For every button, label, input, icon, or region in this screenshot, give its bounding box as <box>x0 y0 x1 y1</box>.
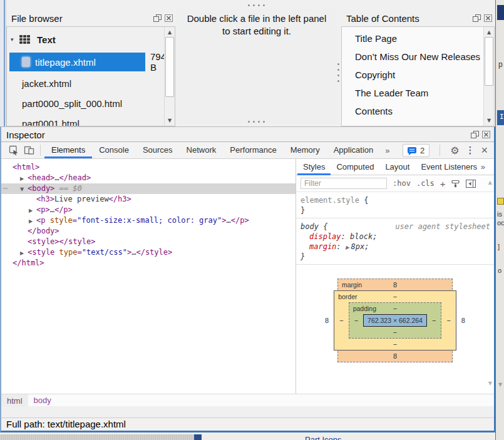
border-label: border <box>338 293 357 300</box>
code-segment: style <box>50 216 73 225</box>
sidebar-tab-computed[interactable]: Computed <box>331 159 379 175</box>
toc-item[interactable]: Contents <box>342 102 494 120</box>
float-panel-icon[interactable] <box>470 131 479 139</box>
dom-tree-row[interactable]: ⋯▼<body> == $0 <box>1 183 296 194</box>
float-panel-icon[interactable] <box>153 14 162 23</box>
splitter-handle-right[interactable] <box>337 63 339 82</box>
css-declaration[interactable]: margin: ▶ 8px; <box>301 242 490 252</box>
collapsed-caret-icon[interactable]: ▶ <box>29 205 36 216</box>
dom-tree-row[interactable]: </body> <box>1 226 296 237</box>
styles-pane: StylesComputedLayoutEvent Listeners » Fi… <box>296 159 494 394</box>
close-panel-icon[interactable] <box>483 14 492 23</box>
splitter-handle-bottom[interactable] <box>248 121 265 123</box>
cls-toggle[interactable]: .cls <box>416 179 435 188</box>
dom-tree-row[interactable]: <style></style> <box>1 237 296 247</box>
console-messages-button[interactable]: 2 <box>403 144 429 157</box>
more-actions-dots[interactable]: ⋯ <box>3 183 7 194</box>
dom-tree-row[interactable]: ▶<p>…</p> <box>1 205 296 215</box>
margin-left-value[interactable]: 8 <box>320 317 334 324</box>
dom-tree-row[interactable]: <html> <box>1 162 296 173</box>
inspect-element-icon[interactable] <box>6 144 21 156</box>
toc-item[interactable]: The Leader Team <box>342 84 494 102</box>
padding-right-value[interactable]: − <box>427 317 441 324</box>
expanded-caret-icon[interactable]: ▼ <box>20 184 28 195</box>
file-browser-scrollbar[interactable]: ▲ ▼ <box>164 27 175 126</box>
code-segment: </p> <box>54 205 73 214</box>
toc-item[interactable]: Title Page <box>342 29 494 48</box>
file-item[interactable]: part0001.html <box>7 114 175 126</box>
tab-sources[interactable]: Sources <box>136 142 180 158</box>
scrollbar-thumb[interactable] <box>485 37 493 86</box>
border-right-value[interactable]: − <box>441 317 455 324</box>
styles-filter-input[interactable]: Filter <box>301 178 387 189</box>
css-declaration[interactable]: display: block; <box>301 232 490 242</box>
sidebar-tab-event-listeners[interactable]: Event Listeners <box>415 159 483 175</box>
dom-tree-row[interactable]: </html> <box>1 258 296 269</box>
expand-value-icon[interactable]: ▶ <box>346 245 351 250</box>
new-style-rule-icon[interactable]: + <box>440 178 446 189</box>
sidebar-tab-styles[interactable]: Styles <box>297 159 331 175</box>
device-toolbar-icon[interactable] <box>21 144 36 156</box>
border-left-value[interactable]: − <box>334 317 348 324</box>
rule-selector[interactable]: element.style <box>301 196 359 205</box>
border-bottom-value[interactable]: − <box>334 339 456 350</box>
body-rule[interactable]: user agent stylesheetbody { display: blo… <box>296 218 494 265</box>
format-painter-icon[interactable] <box>451 180 460 188</box>
collapse-caret-icon[interactable]: ▾ <box>11 36 19 43</box>
scroll-down-icon[interactable]: ▼ <box>165 116 175 125</box>
padding-left-value[interactable]: − <box>349 317 363 324</box>
tab-network[interactable]: Network <box>180 142 224 158</box>
scroll-up-icon[interactable]: ▲ <box>165 28 175 37</box>
margin-bottom-value[interactable]: 8 <box>338 350 452 362</box>
tab-performance[interactable]: Performance <box>223 142 283 158</box>
dom-tree-row[interactable]: ▶<style type="text/css">…</style> <box>1 247 296 258</box>
file-item[interactable]: jacket.xhtml <box>7 74 175 93</box>
padding-bottom-value[interactable]: − <box>349 327 441 338</box>
margin-right-value[interactable]: 8 <box>456 317 470 324</box>
collapsed-caret-icon[interactable]: ▶ <box>20 248 28 258</box>
toc-item[interactable]: Don’t Miss Our New Releases <box>342 48 494 66</box>
kebab-menu-icon[interactable]: ⋮ <box>465 145 475 156</box>
sidebar-tab-layout[interactable]: Layout <box>379 159 415 175</box>
pane-scroll-up-icon[interactable]: ▲ <box>488 180 492 185</box>
box-model-content-size[interactable]: 762.323 × 662.264 <box>363 314 427 327</box>
breadcrumb-html[interactable]: html <box>1 394 28 407</box>
devtools-close-icon[interactable]: × <box>481 144 488 157</box>
box-model-margin[interactable]: margin 8 8 border − − padding − <box>337 279 453 362</box>
file-item[interactable]: part0000_split_000.html <box>7 94 175 113</box>
breadcrumb-body[interactable]: body <box>28 394 57 406</box>
toc-scrollbar[interactable]: ▲ ▼ <box>483 27 494 126</box>
settings-gear-icon[interactable]: ⚙ <box>450 145 459 156</box>
close-panel-icon[interactable] <box>481 131 490 139</box>
rule-selector[interactable]: body <box>301 222 319 231</box>
tab-application[interactable]: Application <box>327 142 381 158</box>
toggle-sidebar-icon[interactable] <box>466 180 476 188</box>
close-panel-icon[interactable] <box>164 14 173 23</box>
code-segment: <style> <box>28 237 59 246</box>
tab-elements[interactable]: Elements <box>44 142 92 158</box>
scroll-down-icon[interactable]: ▼ <box>484 116 494 125</box>
pane-scroll-down-icon[interactable]: ▼ <box>488 381 492 386</box>
toc-item[interactable]: Copyright <box>342 66 494 84</box>
box-model-border[interactable]: border − − padding − − 762.323 × 662.264 <box>334 290 456 350</box>
box-model-padding[interactable]: padding − − 762.323 × 662.264 − − <box>349 302 442 339</box>
collapsed-caret-icon[interactable]: ▶ <box>20 173 28 184</box>
element-style-rule[interactable]: element.style { } <box>296 192 494 218</box>
file-item[interactable]: titlepage.xhtml794 B <box>7 53 175 71</box>
file-group-text[interactable]: ▾ Text <box>7 30 175 49</box>
code-segment: </head> <box>59 173 91 182</box>
scroll-up-icon[interactable]: ▲ <box>484 28 494 37</box>
dom-tree-row[interactable]: ▶<p style="font-size:x-small; color: gra… <box>1 215 296 226</box>
dom-tree-row[interactable]: ▶<head>…</head> <box>1 173 296 183</box>
dom-tree-row[interactable]: <h3>Live preview</h3> <box>1 194 296 205</box>
splitter-handle-top[interactable] <box>248 4 265 6</box>
tab-memory[interactable]: Memory <box>284 142 327 158</box>
more-tabs-icon[interactable]: » <box>380 146 394 155</box>
tab-console[interactable]: Console <box>92 142 136 158</box>
collapsed-caret-icon[interactable]: ▶ <box>29 216 36 227</box>
toc-item[interactable]: Chapter 1 <box>342 120 494 126</box>
scrollbar-thumb[interactable] <box>165 37 174 97</box>
float-panel-icon[interactable] <box>472 14 481 23</box>
hov-toggle[interactable]: :hov <box>393 179 411 188</box>
more-sidebar-tabs-icon[interactable]: » <box>476 162 490 171</box>
